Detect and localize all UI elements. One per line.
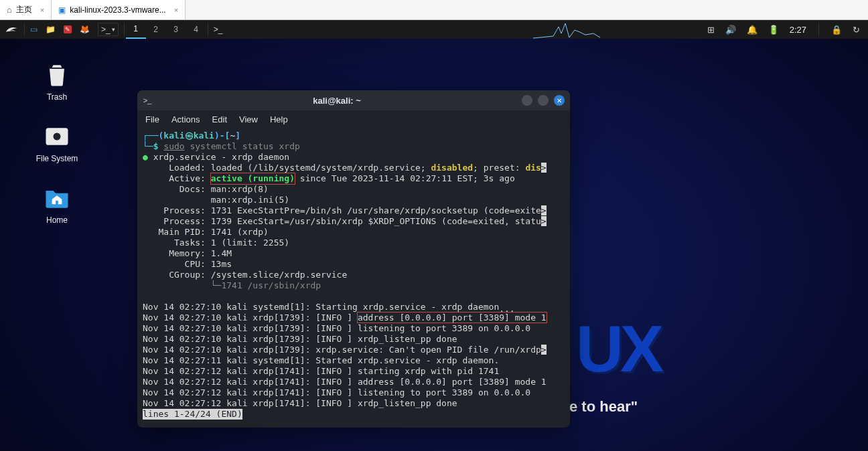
menu-edit[interactable]: Edit	[212, 114, 227, 124]
show-desktop-button[interactable]: ▭	[26, 20, 42, 39]
power-icon[interactable]: ↻	[853, 25, 860, 35]
editor-icon: ✎	[64, 25, 72, 33]
close-button[interactable]: ✕	[554, 95, 565, 106]
svg-point-1	[54, 133, 61, 141]
running-terminal-taskbar[interactable]: >_	[210, 20, 227, 39]
scroll-indicator: >	[541, 205, 547, 215]
lock-icon[interactable]: 🔒	[831, 25, 842, 35]
kali-dragon-icon	[4, 22, 19, 37]
menu-file[interactable]: File	[145, 114, 159, 124]
prompt-close-bracket: ]	[235, 130, 240, 141]
terminal-menubar: File Actions Edit View Help	[137, 110, 570, 128]
workspace-1[interactable]: 1	[126, 20, 146, 39]
text-editor-launcher[interactable]: ✎	[60, 20, 76, 39]
workspace-3[interactable]: 3	[166, 20, 186, 39]
status-preset-prefix: ; preset:	[473, 163, 525, 173]
highlight-active: active (running)	[211, 173, 295, 184]
kali-menu-button[interactable]	[0, 20, 23, 39]
journal-line: Nov 14 02:27:10 kali systemd[1]: Startin…	[143, 302, 499, 312]
desktop-icon-label: Home	[46, 215, 68, 225]
folder-icon: 📁	[46, 25, 56, 34]
panel-separator	[818, 23, 819, 35]
terminal-title: kali@kali: ~	[156, 96, 518, 106]
desktop-icon: ▭	[30, 25, 38, 34]
status-memory: Memory: 1.4M	[143, 248, 232, 258]
home-icon: ⌂	[7, 5, 12, 15]
typed-sudo: sudo	[163, 141, 184, 151]
panel-separator	[124, 23, 125, 35]
scroll-indicator: >	[541, 163, 547, 173]
folder-home-icon	[42, 183, 72, 213]
journal-line: Nov 14 02:27:12 kali xrdp[1741]: [INFO ]…	[143, 398, 457, 408]
highlight-address: address [0.0.0.0] port [3389] mode 1	[358, 312, 547, 323]
status-active-label: Active:	[143, 173, 211, 183]
menu-help[interactable]: Help	[270, 114, 288, 124]
status-disabled: disabled	[431, 163, 473, 173]
vmware-tab-vm-label: kali-linux-2023.3-vmware...	[70, 5, 165, 15]
close-icon[interactable]: ×	[40, 6, 44, 14]
desktop-icon-filesystem[interactable]: File System	[27, 122, 87, 163]
terminal-window[interactable]: >_ kali@kali: ~ ✕ File Actions Edit View…	[137, 90, 570, 428]
status-mainpid: Main PID: 1741 (xrdp)	[143, 227, 269, 237]
desktop-icon-label: Trash	[47, 92, 67, 102]
prompt-user: kali	[163, 130, 184, 141]
desktop-icon-trash[interactable]: Trash	[27, 60, 87, 102]
firefox-launcher[interactable]: 🦊	[76, 20, 94, 39]
vm-icon: ▣	[58, 5, 66, 15]
notifications-icon[interactable]: 🔔	[747, 25, 757, 35]
status-cgroup: CGroup: /system.slice/xrdp.service	[143, 270, 347, 280]
panel-separator	[24, 23, 25, 35]
minimize-button[interactable]	[522, 95, 532, 106]
status-cpu: CPU: 13ms	[143, 259, 232, 269]
file-manager-launcher[interactable]: 📁	[42, 20, 60, 39]
panel-separator	[208, 23, 208, 35]
workspace-4[interactable]: 4	[186, 20, 206, 39]
terminal-icon: >_	[143, 96, 152, 105]
status-proc2: Process: 1739 ExecStart=/usr/sbin/xrdp $…	[143, 216, 541, 226]
close-icon[interactable]: ×	[174, 6, 178, 14]
chevron-down-icon: ▾	[112, 26, 115, 33]
terminal-body[interactable]: ┌──(kali㉿kali)-[~] └─$ sudo systemctl st…	[137, 128, 570, 428]
wallpaper-slogan-fragment: e to hear"	[569, 398, 638, 416]
terminal-icon: >_	[101, 25, 111, 34]
top-panel: ▭ 📁 ✎ 🦊 >_ ▾ 1 2 3 4 >_ ⊞ �	[0, 20, 868, 39]
journal-line: Nov 14 02:27:12 kali xrdp[1741]: [INFO ]…	[143, 387, 530, 397]
workspace-overview-icon[interactable]: ⊞	[707, 25, 715, 35]
journal-line: Nov 14 02:27:12 kali xrdp[1741]: [INFO ]…	[143, 377, 547, 387]
journal-line: Nov 14 02:27:11 kali systemd[1]: Started…	[143, 355, 499, 365]
vmware-tab-vm[interactable]: ▣ kali-linux-2023.3-vmware... ×	[52, 0, 186, 19]
status-cgroup-child: └─1741 /usr/sbin/xrdp	[143, 280, 321, 290]
journal-line: Nov 14 02:27:12 kali xrdp[1741]: [INFO ]…	[143, 366, 499, 376]
status-proc1: Process: 1731 ExecStartPre=/bin/sh /usr/…	[143, 205, 541, 215]
pager-status: lines 1-24/24 (END)	[143, 409, 242, 420]
status-since: since Tue 2023-11-14 02:27:11 EST; 3s ag…	[295, 173, 515, 183]
status-tasks: Tasks: 1 (limit: 2255)	[143, 238, 289, 248]
vmware-tab-home[interactable]: ⌂ 主页 ×	[0, 0, 52, 19]
terminal-launcher[interactable]: >_ ▾	[94, 20, 123, 39]
status-docs1: Docs: man:xrdp(8)	[143, 184, 269, 194]
drive-icon	[42, 122, 72, 151]
menu-actions[interactable]: Actions	[171, 114, 200, 124]
desktop-icon-label: File System	[36, 154, 78, 163]
wallpaper-logo-fragment: UX	[576, 311, 660, 387]
terminal-titlebar[interactable]: >_ kali@kali: ~ ✕	[137, 90, 570, 110]
battery-icon[interactable]: 🔋	[768, 25, 779, 35]
workspace-2[interactable]: 2	[146, 20, 166, 39]
desktop-icon-home[interactable]: Home	[27, 183, 87, 225]
scroll-indicator: >	[541, 345, 547, 355]
typed-cmd: systemctl status xrdp	[185, 141, 300, 151]
prompt-close: )-[	[214, 130, 230, 141]
status-dot: ●	[143, 152, 153, 162]
clock[interactable]: 2:27	[790, 25, 806, 35]
menu-view[interactable]: View	[239, 114, 258, 124]
desktop-icons: Trash File System Home	[27, 60, 87, 225]
journal-line: Nov 14 02:27:10 kali xrdp[1739]: xrdp.se…	[143, 345, 541, 355]
status-active: active (running)	[211, 173, 295, 183]
journal-line: Nov 14 02:27:10 kali xrdp[1739]: [INFO ]…	[143, 334, 457, 344]
volume-icon[interactable]: 🔊	[725, 25, 736, 35]
scroll-indicator: >	[541, 216, 547, 226]
status-service: xrdp.service - xrdp daemon	[153, 152, 290, 162]
terminal-icon: >_	[214, 25, 223, 34]
status-docs2: man:xrdp.ini(5)	[143, 195, 289, 205]
maximize-button[interactable]	[538, 95, 549, 106]
